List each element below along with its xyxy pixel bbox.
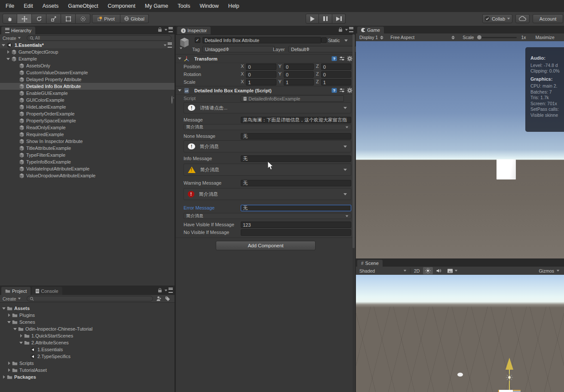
- hierarchy-item[interactable]: TitleAttributeExample: [0, 145, 175, 152]
- hierarchy-item[interactable]: RequiredExample: [0, 131, 175, 138]
- project-create-button[interactable]: Create: [0, 296, 24, 301]
- lighting-toggle-button[interactable]: [423, 267, 433, 274]
- panel-menu-icon[interactable]: [164, 288, 173, 293]
- transform-header[interactable]: Transform: [176, 54, 355, 63]
- error-message-field-focused[interactable]: 无: [241, 205, 351, 211]
- tab-project[interactable]: Project: [1, 287, 31, 295]
- preset-icon[interactable]: [339, 88, 345, 93]
- transform-tool-button[interactable]: [76, 14, 90, 24]
- project-item[interactable]: Plugins: [0, 312, 175, 319]
- object-picker-icon[interactable]: [172, 96, 172, 104]
- inspector-scrollbar[interactable]: [352, 34, 355, 392]
- layer-dropdown[interactable]: Default: [288, 46, 358, 52]
- hierarchy-item[interactable]: HideLabelExample: [0, 103, 175, 110]
- none-message-field[interactable]: 无: [241, 133, 351, 140]
- aspect-dropdown[interactable]: Free Aspect: [387, 35, 458, 40]
- move-gizmo-arrow-y[interactable]: [506, 358, 513, 370]
- 2d-toggle-button[interactable]: 2D: [410, 268, 423, 273]
- person-filter-icon[interactable]: [156, 296, 162, 301]
- step-button[interactable]: [332, 14, 346, 24]
- hierarchy-item[interactable]: ValueDropdownAttributeExample: [0, 172, 175, 179]
- expand-caret-icon[interactable]: [346, 215, 348, 217]
- hierarchy-item[interactable]: Show In Inspector Attribute: [0, 138, 175, 145]
- project-item[interactable]: 1.Essentials: [0, 346, 175, 353]
- tab-scene[interactable]: # Scene: [357, 260, 383, 267]
- detail-foldout-box[interactable]: ! 详情请点击...: [184, 102, 351, 113]
- project-item[interactable]: Scenes: [0, 319, 175, 325]
- hierarchy-item[interactable]: CustomValueDrawerExample: [0, 69, 175, 76]
- pivot-toggle-button[interactable]: Pivot: [92, 14, 120, 23]
- message-field[interactable]: 菜鸟海澜：下面是详细信息，这个欢迎大家留言指: [241, 117, 351, 123]
- hierarchy-search-input[interactable]: All: [27, 35, 172, 41]
- foldout-icon[interactable]: [178, 89, 181, 91]
- project-item[interactable]: Odin-Inspector-Chinese-Tutorial: [0, 325, 175, 332]
- project-item[interactable]: 2.TypeSpecifics: [0, 353, 175, 360]
- scene-header-row[interactable]: 1.Essentials*: [0, 42, 175, 49]
- hierarchy-item[interactable]: TypeInfoBoxExample: [0, 158, 175, 165]
- hierarchy-item[interactable]: PropertyOrderExample: [0, 110, 175, 117]
- gear-icon[interactable]: [347, 88, 352, 93]
- tag-dropdown[interactable]: Untagged: [202, 46, 275, 52]
- scale-slider[interactable]: [477, 37, 517, 38]
- lock-icon[interactable]: [158, 29, 162, 32]
- warning-message-field[interactable]: 无: [241, 180, 351, 186]
- static-checkbox[interactable]: [321, 37, 327, 43]
- effects-toggle-button[interactable]: [444, 267, 459, 274]
- help-icon[interactable]: [331, 88, 337, 93]
- hierarchy-item[interactable]: Example: [0, 55, 175, 62]
- expand-caret-icon[interactable]: [343, 146, 347, 148]
- project-item[interactable]: 2.AttributeScenes: [0, 339, 175, 346]
- scene-viewport[interactable]: [356, 275, 564, 392]
- expand-caret-icon[interactable]: [343, 193, 347, 195]
- menu-gameobject[interactable]: GameObject: [63, 0, 103, 12]
- script-component-header[interactable]: Detailed Info Box Example (Script): [176, 86, 355, 95]
- menu-window[interactable]: Window: [195, 0, 223, 12]
- menu-tools[interactable]: Tools: [173, 0, 195, 12]
- menu-assets[interactable]: Assets: [38, 0, 64, 12]
- hierarchy-item[interactable]: AssetsOnly: [0, 62, 175, 69]
- scale-slider-knob[interactable]: [477, 35, 481, 40]
- info-message-field[interactable]: 无: [241, 155, 351, 162]
- static-caret-icon[interactable]: [344, 40, 348, 42]
- hierarchy-create-button[interactable]: Create: [0, 36, 24, 41]
- lock-icon[interactable]: [158, 290, 162, 292]
- label-filter-icon[interactable]: [165, 296, 170, 301]
- brief-foldout-1[interactable]: 简介消息: [184, 124, 351, 130]
- project-item[interactable]: Packages: [0, 374, 175, 380]
- pause-button[interactable]: [319, 14, 332, 24]
- scale-x-field[interactable]: 1: [246, 79, 276, 85]
- hierarchy-item[interactable]: ValidateInputAttributeExample: [0, 165, 175, 172]
- tab-console[interactable]: Console: [32, 287, 62, 295]
- display-dropdown[interactable]: Display 1: [356, 35, 387, 40]
- rotate-tool-button[interactable]: [32, 14, 46, 24]
- hierarchy-item[interactable]: EnableGUIExample: [0, 90, 175, 97]
- have-visible-field[interactable]: 123: [241, 222, 351, 228]
- position-x-field[interactable]: 0: [246, 64, 276, 70]
- scale-y-field[interactable]: 1: [284, 79, 314, 85]
- hierarchy-item[interactable]: TypeFilterExample: [0, 152, 175, 158]
- panel-menu-icon[interactable]: [345, 27, 353, 32]
- hierarchy-item[interactable]: ReadOnlyExample: [0, 124, 175, 131]
- move-tool-button[interactable]: [17, 14, 32, 24]
- tab-game[interactable]: Game: [357, 27, 384, 33]
- active-checkbox[interactable]: ✓: [195, 37, 200, 43]
- expand-caret-icon[interactable]: [343, 169, 347, 171]
- menu-file[interactable]: File: [1, 0, 19, 12]
- hierarchy-item[interactable]: GUIColorExample: [0, 97, 175, 103]
- rotation-y-field[interactable]: 0: [284, 71, 314, 78]
- hierarchy-item[interactable]: GameObjectGroup: [0, 49, 175, 55]
- rect-tool-button[interactable]: [61, 14, 76, 24]
- rotation-z-field[interactable]: 0: [321, 71, 351, 78]
- project-item[interactable]: TutorialAsset: [0, 367, 175, 374]
- hierarchy-item[interactable]: PropertySpaceExample: [0, 117, 175, 124]
- audio-toggle-button[interactable]: [433, 267, 444, 274]
- menu-edit[interactable]: Edit: [19, 0, 38, 12]
- position-z-field[interactable]: 0: [321, 64, 351, 70]
- global-toggle-button[interactable]: Global: [120, 14, 149, 23]
- selected-cube-object[interactable]: [498, 390, 521, 392]
- menu-my-game[interactable]: My Game: [140, 0, 173, 12]
- menu-help[interactable]: Help: [224, 0, 244, 12]
- position-y-field[interactable]: 0: [284, 64, 314, 70]
- hand-tool-button[interactable]: [3, 14, 17, 24]
- scene-menu-icon[interactable]: [163, 43, 172, 48]
